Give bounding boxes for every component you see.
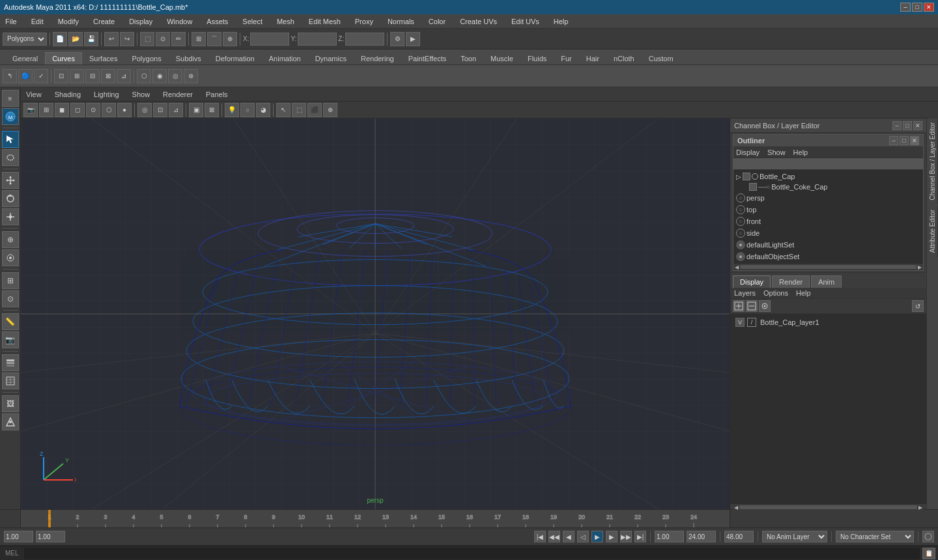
layer-h-scrollbar[interactable]: ◀ ▶ — [733, 504, 924, 511]
outliner-minimize-btn[interactable]: – — [889, 136, 898, 145]
toolbar-snap-curve[interactable]: ⌒ — [207, 32, 221, 46]
soft-mod-btn[interactable] — [2, 249, 19, 266]
menu-help[interactable]: Help — [551, 16, 571, 27]
menu-mesh[interactable]: Mesh — [274, 16, 297, 27]
shelf-tab-fluids[interactable]: Fluids — [520, 52, 554, 64]
lasso-tool-btn[interactable] — [2, 149, 19, 166]
toolbar-select[interactable]: ⬚ — [140, 32, 154, 46]
toolbar-render[interactable]: ▶ — [406, 32, 420, 46]
render-view-btn[interactable]: 🖼 — [2, 395, 19, 412]
layer-menu-layers[interactable]: Layers — [734, 289, 756, 297]
playback-start-input[interactable] — [655, 531, 684, 542]
mode-select[interactable]: Polygons — [3, 33, 47, 46]
menu-create-uvs[interactable]: Create UVs — [457, 16, 500, 27]
shelf-icon-5[interactable]: ⊞ — [70, 69, 84, 83]
y-coord-input[interactable] — [298, 33, 337, 46]
outliner-display-menu[interactable]: Display — [736, 148, 760, 156]
outliner-close-btn[interactable]: ✕ — [910, 136, 919, 145]
x-coord-input[interactable] — [250, 33, 289, 46]
universal-manip-btn[interactable]: ⊕ — [2, 231, 19, 248]
current-frame-input[interactable] — [36, 531, 65, 542]
vp-menu-lighting[interactable]: Lighting — [91, 89, 122, 100]
channel-box-close[interactable]: ✕ — [913, 121, 922, 130]
menu-select[interactable]: Select — [240, 16, 265, 27]
shelf-tab-toon[interactable]: Toon — [453, 52, 483, 64]
vp-tb-isolate[interactable]: ◎ — [137, 103, 152, 117]
time-start-input[interactable] — [4, 531, 33, 542]
shelf-icon-9[interactable]: ⬡ — [137, 69, 151, 83]
char-set-select[interactable]: No Character Set — [836, 531, 914, 542]
menu-edit-uvs[interactable]: Edit UVs — [509, 16, 542, 27]
minimize-button[interactable]: – — [900, 3, 911, 12]
vp-menu-panels[interactable]: Panels — [203, 89, 231, 100]
scroll-right-arrow[interactable]: ▶ — [918, 264, 922, 270]
vp-tb-light1[interactable]: 💡 — [225, 103, 239, 117]
scale-tool-btn[interactable] — [2, 208, 19, 225]
layer-tab-display[interactable]: Display — [733, 275, 771, 288]
scroll-left-arrow[interactable]: ◀ — [735, 264, 739, 270]
vp-tb-obj2[interactable]: ⬛ — [307, 103, 322, 117]
attribute-editor-side-tab[interactable]: Attribute Editor — [928, 206, 938, 257]
outliner-show-menu[interactable]: Show — [767, 148, 786, 156]
layer-delete-btn[interactable] — [746, 300, 758, 312]
shelf-tab-ncloth[interactable]: nCloth — [606, 52, 642, 64]
outliner-item-side[interactable]: side — [746, 229, 760, 237]
shelf-tab-dynamics[interactable]: Dynamics — [308, 52, 354, 64]
rotate-tool-btn[interactable] — [2, 190, 19, 207]
layer-tab-anim[interactable]: Anim — [811, 275, 842, 288]
shelf-icon-10[interactable]: ◉ — [152, 69, 167, 83]
vp-tb-light2[interactable]: ○ — [240, 103, 255, 117]
outliner-item-bottle-coke-cap[interactable]: Bottle_Coke_Cap — [771, 183, 827, 191]
step-fwd-btn[interactable]: ▶ — [606, 531, 618, 542]
layer-menu-options[interactable]: Options — [763, 289, 788, 297]
last-tool-btn[interactable]: ⊙ — [2, 290, 19, 307]
shelf-icon-7[interactable]: ⊠ — [101, 69, 115, 83]
shelf-tab-surfaces[interactable]: Surfaces — [82, 52, 124, 64]
play-back-btn[interactable]: ◁ — [577, 531, 589, 542]
command-input[interactable] — [24, 548, 920, 559]
menu-normals[interactable]: Normals — [385, 16, 417, 27]
outliner-collapse-btn[interactable]: ▷ — [736, 173, 741, 180]
shelf-icon-2[interactable]: 🔵 — [18, 69, 33, 83]
menu-color[interactable]: Color — [426, 16, 448, 27]
menu-edit[interactable]: Edit — [29, 16, 46, 27]
vp-tb-shadow[interactable]: ◕ — [256, 103, 270, 117]
step-fwd-key-btn[interactable]: ▶▶ — [620, 531, 632, 542]
vp-tb-texture[interactable]: ▣ — [189, 103, 203, 117]
layer-btn[interactable] — [2, 354, 19, 371]
shelf-tab-polygons[interactable]: Polygons — [124, 52, 168, 64]
menu-window[interactable]: Window — [164, 16, 195, 27]
layer-visibility-btn[interactable]: V — [735, 318, 745, 327]
vp-tb-uvs[interactable]: ⊠ — [205, 103, 219, 117]
shelf-icon-8[interactable]: ⊿ — [117, 69, 131, 83]
vp-tb-wireframe[interactable]: ⬡ — [102, 103, 116, 117]
shelf-tab-animation[interactable]: Animation — [262, 52, 308, 64]
channel-box-btn[interactable] — [2, 372, 19, 389]
viewport-canvas[interactable]: Y X Z persp — [21, 119, 730, 509]
shelf-tab-custom[interactable]: Custom — [642, 52, 681, 64]
command-echo-btn[interactable]: 📋 — [922, 548, 935, 559]
shelf-icon-4[interactable]: ⊡ — [54, 69, 68, 83]
anim-layer-select[interactable]: No Anim Layer — [762, 531, 827, 542]
outliner-item-bottle-cap[interactable]: Bottle_Cap — [760, 173, 795, 180]
menu-create[interactable]: Create — [91, 16, 117, 27]
vp-menu-renderer[interactable]: Renderer — [160, 89, 195, 100]
anim-range-input[interactable] — [724, 531, 754, 542]
toolbar-save[interactable]: 💾 — [84, 32, 98, 46]
autokey-btn[interactable] — [922, 531, 934, 542]
step-back-btn[interactable]: ◀ — [563, 531, 575, 542]
shelf-expand-btn[interactable]: ≡ — [2, 90, 19, 107]
outliner-item-persp[interactable]: persp — [746, 194, 765, 202]
layer-scroll-left[interactable]: ◀ — [734, 505, 738, 511]
z-coord-input[interactable] — [345, 33, 384, 46]
vp-menu-shading[interactable]: Shading — [52, 89, 83, 100]
shelf-icon-btn[interactable]: M — [2, 108, 19, 125]
shelf-tab-general[interactable]: General — [5, 52, 45, 64]
outliner-item-top[interactable]: top — [746, 206, 756, 214]
menu-edit-mesh[interactable]: Edit Mesh — [306, 16, 343, 27]
hypershade-btn[interactable] — [2, 413, 19, 430]
toolbar-open[interactable]: 📂 — [68, 32, 83, 46]
channel-box-side-tab[interactable]: Channel Box / Layer Editor — [928, 119, 938, 204]
toolbar-undo[interactable]: ↩ — [104, 32, 119, 46]
shelf-icon-11[interactable]: ◎ — [168, 69, 182, 83]
